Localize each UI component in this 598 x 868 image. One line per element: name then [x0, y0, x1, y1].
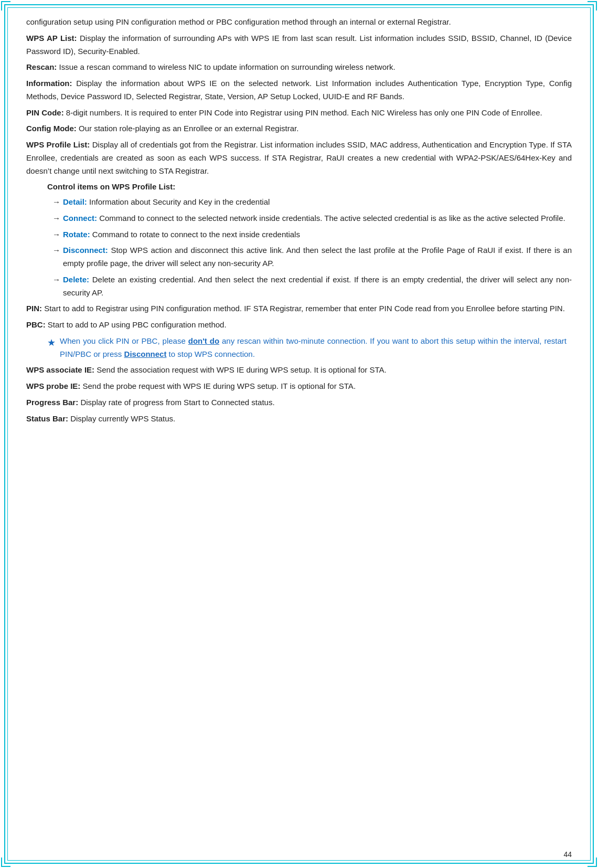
config-mode-label: Config Mode: [26, 124, 77, 133]
delete-label[interactable]: Delete: [63, 275, 89, 284]
pin-code-paragraph: PIN Code: 8-digit numbers. It is require… [26, 107, 572, 120]
rotate-text: Command to rotate to connect to the next… [90, 230, 300, 239]
rescan-text: Issue a rescan command to wireless NIC t… [57, 62, 395, 71]
information-text: Display the information about WPS IE on … [26, 79, 572, 101]
rescan-label: Rescan: [26, 62, 57, 71]
corner-br [588, 858, 597, 867]
star-bold-disconnect: Disconnect [124, 350, 167, 358]
wps-ap-list-text: Display the information of surrounding A… [26, 34, 572, 56]
wps-probe-label: WPS probe IE: [26, 382, 80, 390]
information-label: Information: [26, 79, 72, 88]
delete-text: Delete an existing credential. And then … [63, 275, 572, 297]
wps-profile-list-paragraph: WPS Profile List: Display all of credent… [26, 139, 572, 177]
intro-paragraph: configuration setup using PIN configurat… [26, 16, 572, 29]
wps-associate-paragraph: WPS associate IE: Send the association r… [26, 364, 572, 377]
rescan-paragraph: Rescan: Issue a rescan command to wirele… [26, 61, 572, 74]
information-paragraph: Information: Display the information abo… [26, 77, 572, 103]
star-text-content: When you click PIN or PBC, please don't … [60, 335, 567, 361]
connect-text: Command to connect to the selected netwo… [97, 214, 565, 223]
detail-text: Information about Security and Key in th… [87, 197, 270, 206]
pbc-text: Start to add to AP using PBC configurati… [46, 320, 227, 329]
progress-bar-text: Display rate of progress from Start to C… [78, 398, 274, 407]
config-mode-text: Our station role-playing as an Enrollee … [77, 124, 299, 133]
wps-probe-text: Send the probe request with WPS IE durin… [80, 382, 356, 390]
page-content: configuration setup using PIN configurat… [26, 16, 572, 847]
pin-label: PIN: [26, 304, 42, 313]
disconnect-text: Stop WPS action and disconnect this acti… [63, 246, 572, 268]
connect-item: Connect: Command to connect to the selec… [52, 212, 572, 225]
corner-tl [1, 1, 10, 10]
disconnect-label[interactable]: Disconnect: [63, 246, 108, 255]
status-bar-text: Display currently WPS Status. [68, 414, 175, 423]
control-items-title: Control items on WPS Profile List: [47, 181, 572, 194]
wps-profile-list-label: WPS Profile List: [26, 140, 90, 149]
wps-ap-list-label: WPS AP List: [26, 34, 77, 43]
wps-probe-paragraph: WPS probe IE: Send the probe request wit… [26, 380, 572, 393]
star-bold-dont-do: don't do [188, 336, 219, 345]
disconnect-item: Disconnect: Stop WPS action and disconne… [52, 244, 572, 270]
config-mode-paragraph: Config Mode: Our station role-playing as… [26, 122, 572, 135]
pbc-paragraph: PBC: Start to add to AP using PBC config… [26, 319, 572, 332]
progress-bar-label: Progress Bar: [26, 398, 78, 407]
page-number: 44 [563, 850, 572, 859]
detail-label[interactable]: Detail: [63, 197, 87, 206]
star-text-part1: When you click PIN or PBC, please [60, 336, 188, 345]
wps-ap-list-paragraph: WPS AP List: Display the information of … [26, 32, 572, 58]
wps-associate-label: WPS associate IE: [26, 365, 94, 374]
status-bar-label: Status Bar: [26, 414, 68, 423]
star-icon: ★ [47, 335, 56, 351]
star-block: ★ When you click PIN or PBC, please don'… [47, 335, 567, 361]
corner-bl [1, 858, 10, 867]
connect-label[interactable]: Connect: [63, 214, 97, 223]
intro-text: configuration setup using PIN configurat… [26, 17, 451, 26]
progress-bar-paragraph: Progress Bar: Display rate of progress f… [26, 396, 572, 409]
status-bar-paragraph: Status Bar: Display currently WPS Status… [26, 412, 572, 426]
detail-item: Detail: Information about Security and K… [52, 196, 572, 209]
rotate-label[interactable]: Rotate: [63, 230, 90, 239]
pin-paragraph: PIN: Start to add to Registrar using PIN… [26, 302, 572, 315]
wps-associate-text: Send the association request with WPS IE… [94, 365, 387, 374]
delete-item: Delete: Delete an existing credential. A… [52, 273, 572, 300]
rotate-item: Rotate: Command to rotate to connect to … [52, 228, 572, 241]
corner-tr [588, 1, 597, 10]
pin-text: Start to add to Registrar using PIN conf… [42, 304, 565, 313]
pbc-label: PBC: [26, 320, 46, 329]
pin-code-label: PIN Code: [26, 108, 64, 117]
pin-code-text: 8-digit numbers. It is required to enter… [64, 108, 542, 117]
wps-profile-list-text: Display all of credentials got from the … [26, 140, 572, 175]
star-text-part3: to stop WPS connection. [166, 350, 254, 358]
